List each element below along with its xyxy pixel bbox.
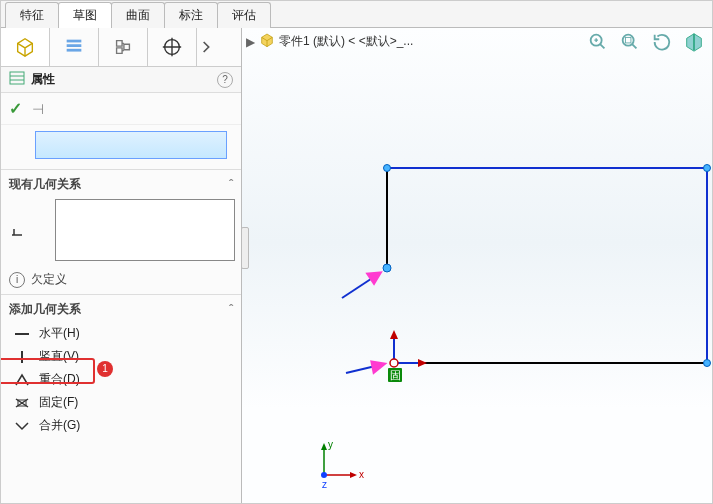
panel-icon-bar: [1, 28, 241, 67]
annotation-badge: 1: [97, 361, 113, 377]
existing-relations-list[interactable]: [55, 199, 235, 261]
panel-tab-overflow[interactable]: [197, 28, 217, 66]
confirm-bar: ✓ ⊣: [1, 93, 241, 125]
endpoint-icon: [11, 222, 27, 238]
breadcrumb-arrow-icon: ▶: [246, 35, 255, 49]
relation-horizontal[interactable]: 水平(H): [11, 322, 235, 345]
section-view-button[interactable]: [682, 30, 706, 54]
svg-text:y: y: [328, 440, 333, 450]
panel-splitter[interactable]: [241, 27, 247, 503]
svg-rect-0: [67, 40, 82, 43]
relation-fix[interactable]: 固定(F): [11, 391, 235, 414]
svg-rect-2: [67, 49, 82, 52]
info-icon: i: [9, 272, 25, 288]
part-icon: [259, 32, 275, 51]
view-toolbar: [586, 30, 706, 54]
merge-icon: [13, 418, 31, 434]
svg-marker-33: [350, 472, 357, 478]
pin-button[interactable]: ⊣: [32, 101, 44, 117]
annotation-highlight: [0, 358, 95, 384]
open-endpoint[interactable]: [383, 264, 391, 272]
splitter-grip-icon[interactable]: [241, 227, 249, 269]
collapse-toggle-add[interactable]: ˆ: [229, 303, 233, 317]
relation-merge[interactable]: 合并(G): [11, 414, 235, 437]
graphics-viewport[interactable]: ▶ 零件1 (默认) < <默认>_...: [242, 28, 712, 504]
ok-button[interactable]: ✓: [9, 99, 22, 118]
breadcrumb-text: 零件1 (默认) < <默认>_...: [279, 33, 413, 50]
triad-axis: x y z: [304, 440, 364, 490]
annotation-arrow-2: [346, 362, 384, 373]
panel-tab-property-manager[interactable]: [50, 28, 99, 66]
breadcrumb[interactable]: ▶ 零件1 (默认) < <默认>_...: [246, 32, 413, 51]
horizontal-icon: [13, 326, 31, 342]
svg-point-28: [390, 359, 398, 367]
relation-label: 固定(F): [39, 394, 78, 411]
svg-point-38: [321, 472, 327, 478]
svg-point-21: [704, 360, 711, 367]
sketch-origin[interactable]: 固: [388, 330, 427, 382]
tab-features[interactable]: 特征: [5, 2, 59, 28]
svg-point-19: [384, 165, 391, 172]
annotation-arrow-1: [342, 273, 380, 298]
property-header: 属性 ?: [1, 67, 241, 93]
tab-surface[interactable]: 曲面: [111, 2, 165, 28]
selection-preview[interactable]: [35, 131, 227, 159]
tab-annotation[interactable]: 标注: [164, 2, 218, 28]
svg-marker-25: [390, 330, 398, 339]
relation-label: 合并(G): [39, 417, 80, 434]
relation-label: 水平(H): [39, 325, 80, 342]
fix-icon: [13, 395, 31, 411]
rotate-view-button[interactable]: [650, 30, 674, 54]
definition-status: i 欠定义: [1, 265, 241, 294]
zoom-fit-button[interactable]: [586, 30, 610, 54]
svg-marker-36: [321, 443, 327, 450]
section-add-relations: 添加几何关系 ˆ 水平(H) 竖直(V) 重合(D): [1, 294, 241, 441]
origin-label: 固: [390, 369, 401, 381]
svg-marker-31: [372, 362, 384, 372]
property-panel: 属性 ? ✓ ⊣ 现有几何关系 ˆ: [1, 28, 242, 504]
svg-rect-1: [67, 44, 82, 47]
status-text: 欠定义: [31, 271, 67, 288]
property-icon: [9, 71, 25, 88]
svg-text:z: z: [322, 479, 327, 490]
zoom-window-button[interactable]: [618, 30, 642, 54]
section-existing-relations: 现有几何关系 ˆ: [1, 169, 241, 265]
panel-tab-dim-manager[interactable]: [148, 28, 197, 66]
svg-text:x: x: [359, 469, 364, 480]
tab-evaluate[interactable]: 评估: [217, 2, 271, 28]
panel-tab-config-manager[interactable]: [99, 28, 148, 66]
section-title-add: 添加几何关系: [9, 301, 81, 318]
svg-marker-23: [368, 273, 380, 283]
property-title: 属性: [31, 71, 55, 88]
svg-point-20: [704, 165, 711, 172]
section-title-existing: 现有几何关系: [9, 176, 81, 193]
svg-marker-27: [418, 359, 427, 367]
sketch-geometry[interactable]: 固: [312, 138, 713, 468]
help-button[interactable]: ?: [217, 72, 233, 88]
ribbon-tabs: 特征 草图 曲面 标注 评估: [1, 1, 712, 28]
svg-rect-4: [10, 72, 24, 84]
tab-sketch[interactable]: 草图: [58, 2, 112, 28]
collapse-toggle-existing[interactable]: ˆ: [229, 178, 233, 192]
panel-tab-feature-manager[interactable]: [1, 28, 50, 66]
svg-rect-14: [625, 37, 631, 43]
